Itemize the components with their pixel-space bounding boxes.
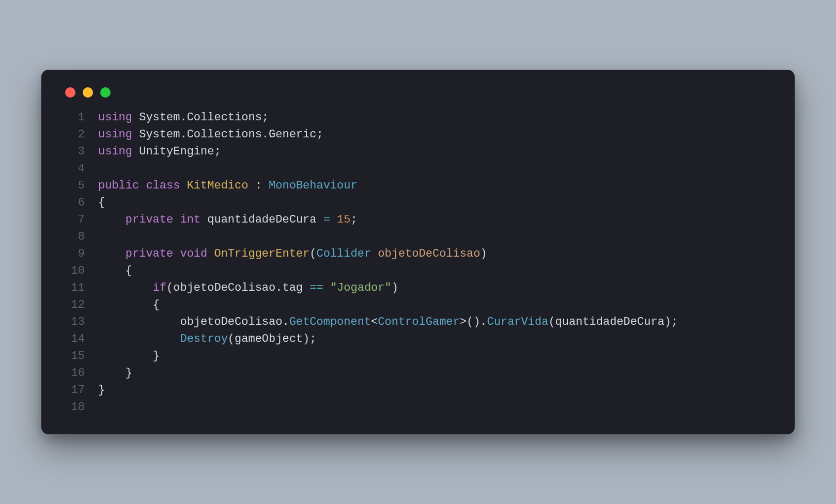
code-line-content: } (98, 348, 774, 365)
code-line: 12 { (62, 296, 774, 313)
line-number: 17 (62, 382, 98, 399)
line-number: 13 (62, 313, 98, 330)
code-line: 13 objetoDeColisao.GetComponent<ControlG… (62, 313, 774, 330)
code-line-content: } (98, 365, 774, 382)
code-line: 2using System.Collections.Generic; (62, 126, 774, 143)
line-number: 11 (62, 279, 98, 296)
line-number: 3 (62, 143, 98, 160)
line-number: 2 (62, 126, 98, 143)
code-area[interactable]: 1using System.Collections;2using System.… (62, 109, 774, 416)
code-line-content: public class KitMedico : MonoBehaviour (98, 177, 774, 194)
code-line: 14 Destroy(gameObject); (62, 330, 774, 348)
code-line-content: } (98, 382, 774, 399)
line-number: 12 (62, 296, 98, 313)
code-line: 9 private void OnTriggerEnter(Collider o… (62, 245, 774, 262)
code-line: 17} (62, 382, 774, 399)
code-line: 11 if(objetoDeColisao.tag == "Jogador") (62, 279, 774, 296)
minimize-icon[interactable] (83, 87, 93, 98)
code-line-content: using System.Collections.Generic; (98, 126, 774, 143)
code-line-content: using System.Collections; (98, 109, 774, 126)
code-line: 3using UnityEngine; (62, 143, 774, 160)
code-line: 1using System.Collections; (62, 109, 774, 126)
line-number: 8 (62, 228, 98, 245)
stage: 1using System.Collections;2using System.… (0, 0, 836, 504)
line-number: 10 (62, 262, 98, 279)
code-line: 18 (62, 399, 774, 416)
code-line-content (98, 399, 774, 416)
close-icon[interactable] (65, 87, 75, 98)
line-number: 5 (62, 177, 98, 194)
line-number: 16 (62, 365, 98, 382)
code-line-content: private int quantidadeDeCura = 15; (98, 211, 774, 228)
line-number: 15 (62, 348, 98, 365)
code-line: 16 } (62, 365, 774, 382)
line-number: 4 (62, 160, 98, 177)
code-line-content: private void OnTriggerEnter(Collider obj… (98, 245, 774, 262)
code-line-content (98, 160, 774, 177)
line-number: 9 (62, 245, 98, 262)
line-number: 7 (62, 211, 98, 228)
code-line-content (98, 228, 774, 245)
code-line-content: { (98, 262, 774, 279)
line-number: 18 (62, 399, 98, 416)
code-line: 15 } (62, 348, 774, 365)
line-number: 6 (62, 194, 98, 211)
code-line-content: { (98, 296, 774, 313)
code-line-content: Destroy(gameObject); (98, 330, 774, 348)
code-line-content: { (98, 194, 774, 211)
code-line: 7 private int quantidadeDeCura = 15; (62, 211, 774, 228)
code-line-content: using UnityEngine; (98, 143, 774, 160)
code-line: 6{ (62, 194, 774, 211)
code-line: 8 (62, 228, 774, 245)
code-line: 10 { (62, 262, 774, 279)
code-line-content: if(objetoDeColisao.tag == "Jogador") (98, 279, 774, 296)
window-controls (62, 84, 774, 109)
line-number: 14 (62, 330, 98, 348)
code-line-content: objetoDeColisao.GetComponent<ControlGame… (98, 313, 774, 330)
code-line: 4 (62, 160, 774, 177)
code-window: 1using System.Collections;2using System.… (41, 70, 795, 434)
maximize-icon[interactable] (100, 87, 111, 98)
code-line: 5public class KitMedico : MonoBehaviour (62, 177, 774, 194)
line-number: 1 (62, 109, 98, 126)
